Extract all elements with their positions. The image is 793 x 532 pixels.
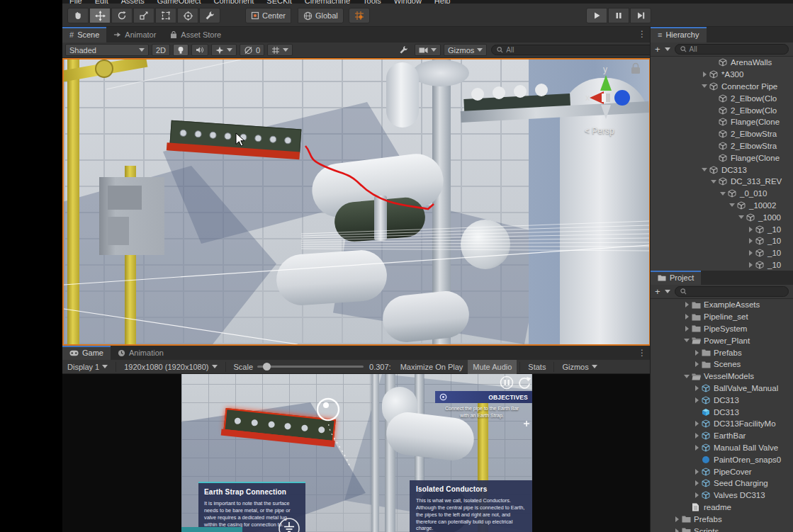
hierarchy-item[interactable]: _10 xyxy=(651,259,793,271)
expand-arrow[interactable] xyxy=(672,516,682,522)
hierarchy-item[interactable]: _10 xyxy=(651,247,793,259)
project-item[interactable]: DC313FacilityMo xyxy=(651,418,793,430)
expand-arrow[interactable] xyxy=(682,375,692,378)
project-item[interactable]: Manual Ball Valve xyxy=(651,442,793,454)
hierarchy-item[interactable]: Flange(Clone xyxy=(651,116,793,128)
expand-arrow[interactable] xyxy=(692,361,702,367)
expand-arrow[interactable] xyxy=(746,238,755,244)
audio-toggle[interactable] xyxy=(191,44,208,56)
expand-arrow[interactable] xyxy=(709,180,719,183)
project-item[interactable]: BallValve_Manual xyxy=(651,383,793,395)
grid-visibility-dropdown[interactable] xyxy=(267,44,293,56)
space-toggle-button[interactable]: Global xyxy=(298,8,344,23)
pivot-toggle-button[interactable]: Center xyxy=(245,8,291,23)
2d-toggle[interactable]: 2D xyxy=(152,44,170,56)
project-item[interactable]: DC313 xyxy=(651,406,793,418)
display-dropdown[interactable]: Display 1 xyxy=(62,360,113,374)
add-asset-button[interactable]: + xyxy=(655,287,660,296)
tab-hierarchy[interactable]: ≡ Hierarchy xyxy=(651,27,707,43)
expand-arrow[interactable] xyxy=(746,227,755,232)
lighting-toggle[interactable] xyxy=(173,44,189,56)
expand-arrow[interactable] xyxy=(692,433,702,438)
chevron-down-icon[interactable] xyxy=(665,47,670,51)
hierarchy-search-input[interactable]: All xyxy=(675,44,789,55)
pause-button[interactable] xyxy=(608,8,629,23)
scene-panel-menu-icon[interactable]: ⋮ xyxy=(638,29,646,39)
hand-tool-button[interactable] xyxy=(67,8,89,23)
draw-mode-dropdown[interactable]: Shaded xyxy=(65,44,149,56)
hierarchy-item[interactable]: _10 xyxy=(651,235,793,247)
maximize-on-play-button[interactable]: Maximize On Play xyxy=(395,360,468,374)
expand-arrow[interactable] xyxy=(692,421,702,426)
project-item[interactable]: PaintOren_snaps0 xyxy=(651,453,793,465)
transform-tool-button[interactable] xyxy=(177,8,198,23)
expand-arrow[interactable] xyxy=(672,528,682,532)
hierarchy-item[interactable]: 2_ElbowStra xyxy=(651,140,793,152)
project-item[interactable]: Power_Plant xyxy=(651,334,793,346)
mute-audio-button[interactable]: Mute Audio xyxy=(468,360,517,374)
hierarchy-item[interactable]: _10002 xyxy=(651,200,793,212)
hierarchy-item[interactable]: _10 xyxy=(651,223,793,235)
move-tool-button[interactable] xyxy=(89,8,111,23)
expand-arrow[interactable] xyxy=(692,397,702,403)
tab-project[interactable]: Project xyxy=(651,271,701,285)
hierarchy-item[interactable]: DC_313_REV xyxy=(651,176,793,188)
hierarchy-item[interactable]: 2_Elbow(Clo xyxy=(651,104,793,116)
tab-asset-store[interactable]: Asset Store xyxy=(163,27,228,43)
expand-arrow[interactable] xyxy=(692,445,702,451)
expand-arrow[interactable] xyxy=(746,250,755,256)
effects-toggle[interactable] xyxy=(211,44,237,56)
scale-tool-button[interactable] xyxy=(133,8,154,23)
expand-arrow[interactable] xyxy=(699,168,709,171)
custom-tools-button[interactable] xyxy=(199,8,220,23)
hierarchy-item[interactable]: ArenaWalls xyxy=(651,57,793,69)
project-item[interactable]: Seed Charging xyxy=(651,477,793,489)
project-item[interactable]: Prefabs xyxy=(651,346,793,358)
project-item[interactable]: EarthBar xyxy=(651,430,793,442)
scene-camera-dropdown[interactable] xyxy=(415,44,441,56)
expand-arrow[interactable] xyxy=(727,203,737,207)
expand-arrow[interactable] xyxy=(699,72,709,77)
project-item[interactable]: PipeSystem xyxy=(651,323,793,335)
expand-arrow[interactable] xyxy=(692,385,702,391)
hierarchy-item[interactable]: *A300 xyxy=(651,69,793,81)
expand-arrow[interactable] xyxy=(718,192,728,196)
game-viewport[interactable]: OBJECTIVES Connect the pipe to the Earth… xyxy=(62,374,651,532)
hierarchy-item[interactable]: 2_ElbowStra xyxy=(651,128,793,140)
expand-arrow[interactable] xyxy=(692,469,702,475)
persp-label[interactable]: < Persp xyxy=(585,126,614,136)
project-item[interactable]: VesselModels xyxy=(651,370,793,383)
tab-animation[interactable]: Animation xyxy=(111,346,171,360)
scale-slider[interactable] xyxy=(257,366,364,368)
resolution-dropdown[interactable]: 1920x1080 (1920x1080) xyxy=(119,360,222,374)
game-panel-menu-icon[interactable]: ⋮ xyxy=(638,348,646,358)
expand-arrow[interactable] xyxy=(682,326,692,332)
hierarchy-item[interactable]: _0_010 xyxy=(651,188,793,200)
tab-scene[interactable]: # Scene xyxy=(62,27,106,43)
hierarchy-item[interactable]: Connector Pipe xyxy=(651,81,793,93)
hierarchy-item[interactable]: 2_Elbow(Clo xyxy=(651,92,793,104)
hierarchy-item[interactable]: Flange(Clone xyxy=(651,152,793,164)
rect-tool-button[interactable] xyxy=(155,8,176,23)
project-item[interactable]: Pipeline_set xyxy=(651,311,793,323)
expand-arrow[interactable] xyxy=(682,302,692,307)
hierarchy-item[interactable]: _1000 xyxy=(651,211,793,223)
rotate-tool-button[interactable] xyxy=(111,8,133,23)
project-item[interactable]: DC313 xyxy=(651,394,793,406)
scale-slider-knob[interactable] xyxy=(263,363,271,370)
expand-arrow[interactable] xyxy=(682,314,692,319)
expand-arrow[interactable] xyxy=(692,492,702,498)
tab-animator[interactable]: Animator xyxy=(106,27,163,43)
add-object-button[interactable]: + xyxy=(655,45,660,54)
play-button[interactable] xyxy=(586,8,607,23)
expand-arrow[interactable] xyxy=(682,339,692,342)
chevron-down-icon[interactable] xyxy=(665,290,670,293)
hierarchy-item[interactable]: DC313 xyxy=(651,164,793,176)
game-gizmos-dropdown[interactable]: Gizmos xyxy=(557,360,602,374)
expand-arrow[interactable] xyxy=(699,84,709,88)
project-item[interactable]: Prefabs xyxy=(651,513,793,525)
stats-button[interactable]: Stats xyxy=(523,360,551,374)
project-item[interactable]: Scripts xyxy=(651,525,793,532)
step-button[interactable] xyxy=(630,8,651,23)
project-item[interactable]: readme xyxy=(651,502,793,514)
